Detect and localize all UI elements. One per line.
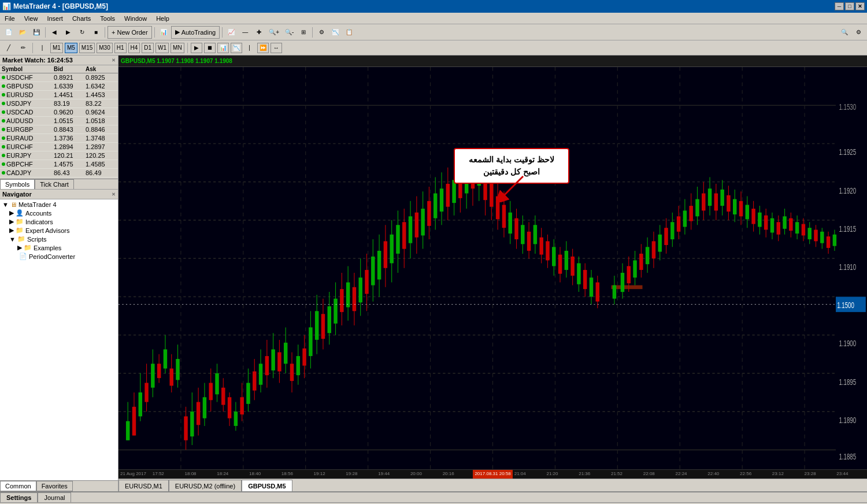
svg-rect-214 bbox=[733, 199, 736, 214]
chart-tab-eurusdm2[interactable]: EURUSD,M2 (offline) bbox=[169, 480, 242, 491]
chart-tab-gbpusdm5[interactable]: GBPUSD,M5 bbox=[242, 480, 292, 491]
forward-btn[interactable]: ▶ bbox=[62, 26, 75, 39]
line-btn[interactable]: 📈 bbox=[225, 26, 238, 39]
tester-tab-settings[interactable]: Settings bbox=[0, 492, 38, 502]
nav-tab-common[interactable]: Common bbox=[0, 481, 36, 491]
svg-rect-230 bbox=[783, 216, 786, 229]
tf-d1[interactable]: D1 bbox=[142, 43, 154, 53]
zoomout-btn[interactable]: 🔍- bbox=[283, 26, 296, 39]
market-watch-tabs: Symbols Tick Chart bbox=[0, 179, 118, 189]
scroll-btn[interactable]: ⏩ bbox=[257, 43, 269, 53]
nav-indicators[interactable]: ▶ 📁 Indicators bbox=[1, 217, 117, 226]
indicators2-btn[interactable]: 📉 bbox=[231, 43, 242, 53]
mw-row[interactable]: GBPCHF 1.4575 1.4585 bbox=[0, 160, 118, 169]
tester-tab-journal[interactable]: Journal bbox=[38, 492, 71, 502]
window-title: MetaTrader 4 - [GBPUSD,M5] bbox=[13, 2, 108, 10]
mw-row[interactable]: EURJPY 120.21 120.25 bbox=[0, 151, 118, 160]
new-order-btn[interactable]: + New Order bbox=[108, 26, 152, 39]
zoomin-btn[interactable]: 🔍+ bbox=[266, 26, 281, 39]
tab-tick-chart[interactable]: Tick Chart bbox=[35, 179, 74, 189]
open-btn[interactable]: 📂 bbox=[16, 26, 29, 39]
svg-rect-115 bbox=[415, 213, 418, 238]
mw-row[interactable]: USDCHF 0.8921 0.8925 bbox=[0, 73, 118, 82]
restore-btn[interactable]: □ bbox=[845, 2, 854, 10]
tf-w1[interactable]: W1 bbox=[155, 43, 169, 53]
mw-row[interactable]: EURGBP 0.8843 0.8846 bbox=[0, 125, 118, 134]
draw-btn[interactable]: ✏ bbox=[17, 42, 29, 54]
time-label-8: 19:28 bbox=[344, 470, 376, 479]
svg-rect-49 bbox=[209, 383, 212, 400]
tab-symbols[interactable]: Symbols bbox=[0, 179, 35, 189]
tf-h1[interactable]: H1 bbox=[114, 43, 127, 53]
mw-row[interactable]: AUDUSD 1.0515 1.0518 bbox=[0, 117, 118, 125]
expert-start-btn[interactable]: ▶ bbox=[191, 43, 202, 53]
svg-rect-63 bbox=[253, 372, 256, 391]
search-icon[interactable]: 🔍 bbox=[838, 26, 851, 39]
mw-row[interactable]: EURAUD 1.3736 1.3748 bbox=[0, 134, 118, 143]
properties-btn[interactable]: ⚙ bbox=[315, 26, 328, 39]
navigator-close[interactable]: ✕ bbox=[112, 192, 116, 197]
tf-m5[interactable]: M5 bbox=[65, 43, 77, 53]
svg-rect-29 bbox=[144, 383, 148, 402]
nav-period-converter[interactable]: 📄 PeriodConverter bbox=[1, 252, 117, 261]
title-bar: 📊 MetaTrader 4 - [GBPUSD,M5] ─ □ ✕ bbox=[0, 0, 867, 13]
chart-tab-eurusdm1[interactable]: EURUSD,M1 bbox=[118, 480, 169, 491]
menu-charts[interactable]: Charts bbox=[68, 14, 95, 23]
tf-m15[interactable]: M15 bbox=[79, 43, 95, 53]
hline-btn[interactable]: — bbox=[239, 26, 251, 39]
expand-icon6: ▶ bbox=[17, 244, 22, 251]
refresh-btn[interactable]: ↻ bbox=[76, 26, 88, 39]
svg-rect-43 bbox=[190, 412, 194, 436]
navigator-title: Navigator bbox=[2, 191, 32, 198]
mw-row[interactable]: EURUSD 1.4451 1.4453 bbox=[0, 91, 118, 99]
menu-tools[interactable]: Tools bbox=[95, 14, 120, 23]
mw-row[interactable]: USDJPY 83.19 83.22 bbox=[0, 99, 118, 108]
nav-tab-favorites[interactable]: Favorites bbox=[36, 481, 73, 491]
sep4 bbox=[222, 27, 223, 38]
svg-rect-71 bbox=[277, 352, 281, 371]
nav-examples[interactable]: ▶ 📁 Examples bbox=[1, 243, 117, 252]
menu-file[interactable]: File bbox=[0, 14, 20, 23]
tf-m30[interactable]: M30 bbox=[97, 43, 112, 53]
mw-row[interactable]: EURCHF 1.2894 1.2897 bbox=[0, 143, 118, 151]
minimize-btn[interactable]: ─ bbox=[835, 2, 844, 10]
save-btn[interactable]: 💾 bbox=[30, 26, 43, 39]
menu-insert[interactable]: Insert bbox=[42, 14, 68, 23]
mw-row[interactable]: GBPUSD 1.6339 1.6342 bbox=[0, 82, 118, 91]
back-btn[interactable]: ◀ bbox=[48, 26, 61, 39]
chart-bar-btn[interactable]: 📊 bbox=[157, 26, 170, 39]
nav-metatrader4[interactable]: ▼ 🖥 MetaTrader 4 bbox=[1, 201, 117, 209]
expert-stop-btn[interactable]: ⏹ bbox=[204, 43, 216, 53]
svg-text:1.1885: 1.1885 bbox=[839, 452, 856, 462]
chart-type-btn[interactable]: 📊 bbox=[217, 43, 229, 53]
svg-line-260 bbox=[500, 176, 523, 199]
menu-view[interactable]: View bbox=[20, 14, 43, 23]
grid-btn[interactable]: ⊞ bbox=[297, 26, 310, 39]
nav-accounts[interactable]: ▶ 👤 Accounts bbox=[1, 209, 117, 217]
new-btn[interactable]: 📄 bbox=[2, 26, 15, 39]
indicators-btn[interactable]: 📉 bbox=[329, 26, 342, 39]
autoscroll-btn[interactable]: ↔ bbox=[271, 43, 282, 53]
stop-btn[interactable]: ■ bbox=[90, 26, 102, 39]
templates-btn[interactable]: 📋 bbox=[343, 26, 355, 39]
menu-help[interactable]: Help bbox=[151, 14, 174, 23]
autotrading-btn[interactable]: ▶ AutoTrading bbox=[171, 26, 220, 39]
mw-row[interactable]: USDCAD 0.9620 0.9624 bbox=[0, 108, 118, 117]
nav-expert-advisors[interactable]: ▶ 📁 Expert Advisors bbox=[1, 226, 117, 235]
nav-scripts[interactable]: ▼ 📁 Scripts bbox=[1, 235, 117, 243]
settings-icon[interactable]: ⚙ bbox=[852, 26, 865, 39]
chart-canvas[interactable]: 1.1530 1.1925 1.1920 1.1915 1.1910 1.190… bbox=[118, 67, 867, 479]
time-label-15: 21:52 bbox=[609, 470, 642, 479]
mw-row[interactable]: CADJPY 86.43 86.49 bbox=[0, 169, 118, 177]
time-label-20: 23:12 bbox=[770, 470, 803, 479]
svg-rect-51 bbox=[215, 373, 218, 394]
tf-m1[interactable]: M1 bbox=[50, 43, 63, 53]
tf-mn[interactable]: MN bbox=[171, 43, 184, 53]
tf-h4[interactable]: H4 bbox=[128, 43, 140, 53]
close-btn[interactable]: ✕ bbox=[855, 2, 865, 10]
crosshair-btn[interactable]: ✚ bbox=[253, 26, 265, 39]
line-studies-btn[interactable]: ╱ bbox=[2, 42, 15, 54]
menu-window[interactable]: Window bbox=[120, 14, 151, 23]
market-watch-close[interactable]: ✕ bbox=[112, 58, 116, 63]
svg-text:1.1900: 1.1900 bbox=[839, 339, 856, 349]
